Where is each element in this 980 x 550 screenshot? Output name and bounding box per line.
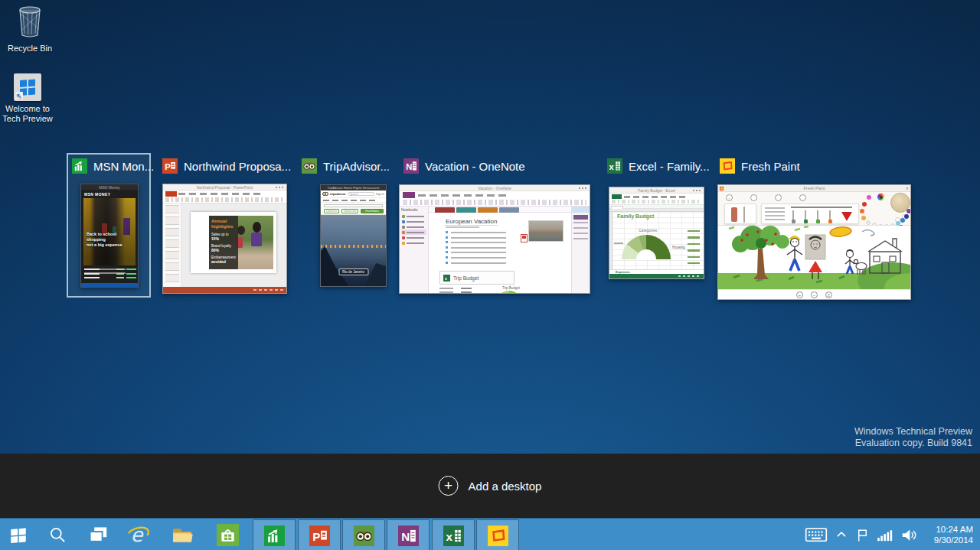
onenote-icon: N bbox=[403, 158, 419, 174]
add-desktop-button[interactable]: + Add a desktop bbox=[439, 476, 542, 496]
fresh-paint-icon bbox=[488, 526, 508, 546]
taskview-tile-msn-money[interactable]: MSN Mon... MSN Money MSN MONEY Back to s… bbox=[67, 153, 151, 298]
excel-sheet-title: Family Budget bbox=[617, 213, 654, 219]
touch-keyboard-button[interactable] bbox=[802, 519, 830, 550]
taskview-tile-fresh-paint[interactable]: Fresh Paint Fresh Paint ✕ ‹ bbox=[717, 158, 911, 300]
onenote-page: European Vacation x Trip Budget Trip Bud… bbox=[429, 213, 571, 293]
powerpoint-icon: P bbox=[162, 158, 178, 174]
network-button[interactable] bbox=[873, 519, 897, 550]
internet-explorer-icon: e bbox=[126, 523, 149, 546]
taskview-tile-powerpoint[interactable]: P Northwind Proposa... Northwind Proposa… bbox=[162, 158, 289, 294]
taskbar-app-onenote[interactable]: N bbox=[387, 519, 430, 550]
show-hidden-icons-button[interactable] bbox=[831, 519, 851, 550]
clock-date: 9/30/2014 bbox=[934, 535, 973, 545]
msn-stock-tickers bbox=[84, 268, 136, 281]
welcome-label-line1: Welcome to bbox=[0, 104, 62, 114]
network-signal-icon bbox=[877, 528, 893, 542]
powerpoint-window-thumbnail[interactable]: Northwind Proposal - PowerPoint Annual h… bbox=[162, 184, 287, 294]
start-button[interactable] bbox=[2, 519, 35, 550]
windows-logo-icon bbox=[9, 526, 28, 544]
tile-title: Excel - Family... bbox=[629, 160, 710, 173]
tile-title: TripAdvisor... bbox=[323, 160, 390, 173]
taskview-tile-excel[interactable]: x Excel - Family... Family Budget - Exce… bbox=[607, 158, 707, 279]
fp-titlebar-icon bbox=[720, 187, 724, 190]
flag-icon bbox=[855, 528, 870, 542]
add-desktop-label: Add a desktop bbox=[469, 480, 542, 493]
fp-tool-button bbox=[799, 194, 806, 201]
ppt-slide-text-panel: Annual highlights Sales up to15% Brand l… bbox=[209, 216, 238, 269]
svg-text:P: P bbox=[165, 162, 171, 171]
fp-tool-button bbox=[775, 194, 782, 201]
onenote-window-thumbnail[interactable]: Vacation - OneNote Notebooks bbox=[399, 184, 590, 294]
fp-back-button: ‹ bbox=[726, 194, 733, 201]
msn-photo: Back to school shopping not a big expens… bbox=[83, 198, 136, 265]
fp-toolbar: ‹ bbox=[718, 192, 910, 226]
onenote-pie-chart bbox=[496, 291, 522, 293]
onenote-window-controls bbox=[579, 187, 588, 189]
svg-text:N: N bbox=[401, 530, 410, 543]
trip-photo-caption: Rio de Janeiro bbox=[338, 268, 368, 275]
search-button[interactable] bbox=[41, 519, 74, 550]
fp-bottom-bar: + − ≡ bbox=[718, 289, 910, 299]
file-explorer-button[interactable] bbox=[165, 519, 199, 550]
task-view-button[interactable] bbox=[81, 519, 115, 550]
tile-title: Vacation - OneNote bbox=[425, 160, 525, 173]
action-center-button[interactable] bbox=[851, 519, 873, 550]
desktop-icon-recycle-bin[interactable]: Recycle Bin bbox=[0, 6, 64, 54]
msn-bottom-strip bbox=[81, 283, 138, 287]
onenote-clipart bbox=[521, 234, 528, 242]
excel-doughnut-chart bbox=[622, 235, 671, 259]
trip-titlebar: TripAdvisor Hotels Flights Restaurants bbox=[321, 185, 386, 190]
tile-title: MSN Mon... bbox=[93, 160, 154, 173]
taskbar-app-msn-money[interactable] bbox=[253, 519, 296, 550]
msn-money-icon bbox=[264, 526, 285, 546]
msn-money-window-thumbnail[interactable]: MSN Money MSN MONEY Back to school shopp… bbox=[80, 184, 139, 288]
taskbar-app-excel[interactable]: x bbox=[432, 519, 475, 550]
trip-rio-photo: Rio de Janeiro bbox=[321, 215, 386, 286]
store-icon bbox=[217, 524, 239, 546]
recycle-bin-label: Recycle Bin bbox=[0, 44, 64, 54]
excel-status-bar bbox=[609, 274, 704, 278]
taskbar-clock[interactable]: 10:24 AM 9/30/2014 bbox=[934, 524, 973, 545]
trip-search-form: Check In Check Out Find Hotels bbox=[321, 203, 386, 215]
excel-chart-label-left bbox=[614, 242, 623, 244]
excel-chart-title: Categories bbox=[639, 228, 657, 233]
ppt-slide: Annual highlights Sales up to15% Brand l… bbox=[191, 212, 276, 273]
tripadvisor-owl-icon bbox=[322, 192, 328, 196]
internet-explorer-button[interactable]: e bbox=[121, 519, 155, 550]
ppt-slide-pane bbox=[163, 203, 181, 287]
tripadvisor-window-thumbnail[interactable]: TripAdvisor Hotels Flights Restaurants t… bbox=[320, 184, 387, 287]
excel-titlebar: Family Budget - Excel bbox=[609, 187, 704, 194]
ppt-ribbon bbox=[163, 190, 286, 203]
ppt-window-controls bbox=[276, 187, 285, 188]
msn-header: MSN MONEY bbox=[84, 192, 110, 197]
taskview-tile-tripadvisor[interactable]: TripAdvisor... TripAdvisor Hotels Flight… bbox=[302, 158, 390, 287]
ppt-status-bar bbox=[163, 287, 286, 293]
taskbar-app-powerpoint[interactable]: P bbox=[298, 519, 341, 550]
onenote-notebooks-pane: Notebooks bbox=[400, 207, 429, 293]
fp-menu-button: ≡ bbox=[825, 291, 832, 298]
welcome-shortcut-icon: ↖ bbox=[14, 73, 41, 101]
fp-color-wheel bbox=[877, 194, 884, 200]
shortcut-arrow-icon: ↖ bbox=[15, 92, 23, 99]
chevron-up-icon bbox=[835, 529, 848, 541]
onenote-titlebar: Vacation - OneNote bbox=[400, 185, 590, 191]
tile-title: Northwind Proposa... bbox=[184, 160, 291, 173]
svg-text:x: x bbox=[609, 162, 615, 171]
excel-window-thumbnail[interactable]: Family Budget - Excel Family Budget Cate… bbox=[609, 187, 704, 279]
taskbar-app-fresh-paint[interactable] bbox=[476, 519, 519, 550]
ppt-canvas: Annual highlights Sales up to15% Brand l… bbox=[181, 203, 286, 287]
plus-circle-icon: + bbox=[439, 476, 459, 496]
fresh-paint-window-thumbnail[interactable]: Fresh Paint ✕ ‹ bbox=[717, 184, 911, 300]
desktop-icon-welcome[interactable]: ↖ Welcome to Tech Preview bbox=[0, 73, 62, 124]
store-button[interactable] bbox=[211, 519, 244, 550]
onenote-pages-pane bbox=[571, 207, 590, 293]
svg-text:x: x bbox=[446, 530, 452, 543]
taskbar-app-tripadvisor[interactable] bbox=[342, 519, 385, 550]
taskbar: e bbox=[0, 518, 980, 550]
excel-values-column bbox=[688, 230, 700, 264]
fp-canvas bbox=[718, 226, 910, 291]
volume-button[interactable] bbox=[897, 519, 920, 550]
search-icon bbox=[49, 526, 67, 544]
taskview-tile-onenote[interactable]: N Vacation - OneNote Vacation - OneNote … bbox=[399, 158, 592, 294]
